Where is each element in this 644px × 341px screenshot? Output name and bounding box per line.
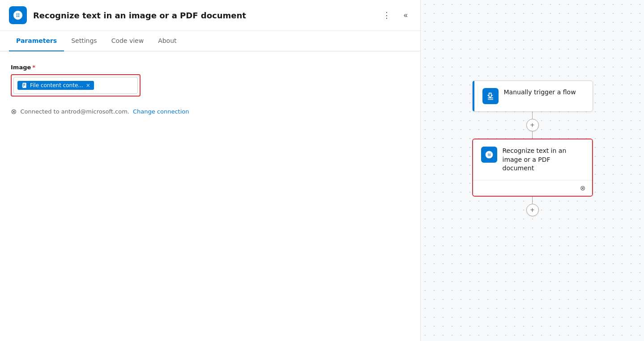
panel-title: Recognize text in an image or a PDF docu… xyxy=(33,11,373,20)
ai-logo-icon xyxy=(13,10,23,21)
canvas-area: Manually trigger a flow + Re xyxy=(472,80,593,216)
tag-label: File content conte... xyxy=(30,82,83,88)
image-field-group: Image * File content conte... × xyxy=(11,64,409,97)
svg-point-0 xyxy=(17,14,19,17)
tab-code-view[interactable]: Code view xyxy=(104,31,151,51)
header-actions: ⋮ « xyxy=(379,8,411,22)
collapse-icon: « xyxy=(404,11,408,19)
recognize-node-label: Recognize text in an image or a PDF docu… xyxy=(503,147,584,173)
connection-text: Connected to antrod@microsoft.com. xyxy=(20,108,129,115)
node-accent xyxy=(473,81,474,111)
recognize-node[interactable]: Recognize text in an image or a PDF docu… xyxy=(472,139,593,197)
tab-about[interactable]: About xyxy=(151,31,183,51)
tabs-bar: Parameters Settings Code view About xyxy=(0,31,420,51)
recognize-node-inner: Recognize text in an image or a PDF docu… xyxy=(473,139,592,180)
trigger-icon xyxy=(486,92,495,101)
connector-line-top xyxy=(532,112,533,119)
left-panel: Recognize text in an image or a PDF docu… xyxy=(0,0,421,341)
connector-line-bottom xyxy=(532,131,533,139)
link-icon: ⊗ xyxy=(580,184,586,192)
file-icon xyxy=(21,82,27,88)
tab-settings[interactable]: Settings xyxy=(64,31,104,51)
panel-content: Image * File content conte... × ⊗ Conn xyxy=(0,51,420,341)
connection-row: ⊗ Connected to antrod@microsoft.com. Cha… xyxy=(11,107,409,116)
add-step-button-2[interactable]: + xyxy=(526,204,539,216)
more-icon: ⋮ xyxy=(383,10,391,20)
recognize-node-icon xyxy=(481,147,497,163)
more-options-button[interactable]: ⋮ xyxy=(379,8,395,22)
tag-close-button[interactable]: × xyxy=(86,83,90,88)
ocr-icon xyxy=(485,150,494,159)
header-icon xyxy=(9,6,27,24)
collapse-button[interactable]: « xyxy=(400,9,411,21)
image-field-wrapper: File content conte... × xyxy=(11,74,141,97)
connector-line-2 xyxy=(532,197,533,204)
recognize-node-footer: ⊗ xyxy=(473,180,592,196)
image-field-label: Image * xyxy=(11,64,409,71)
recognize-node-wrapper: Recognize text in an image or a PDF docu… xyxy=(472,139,593,197)
panel-header: Recognize text in an image or a PDF docu… xyxy=(0,0,420,31)
tab-parameters[interactable]: Parameters xyxy=(9,31,64,51)
canvas-panel: Manually trigger a flow + Re xyxy=(421,0,644,341)
required-indicator: * xyxy=(32,64,35,71)
connection-link-icon: ⊗ xyxy=(11,107,17,116)
trigger-node[interactable]: Manually trigger a flow xyxy=(472,80,593,112)
connector-1: + xyxy=(526,112,539,139)
file-content-tag: File content conte... × xyxy=(17,81,94,90)
trigger-node-icon xyxy=(482,88,499,104)
add-step-button-1[interactable]: + xyxy=(526,119,539,131)
connector-2: + xyxy=(526,197,539,216)
image-field-input[interactable]: File content conte... × xyxy=(13,77,138,94)
change-connection-link[interactable]: Change connection xyxy=(133,108,189,115)
trigger-node-label: Manually trigger a flow xyxy=(504,88,576,97)
